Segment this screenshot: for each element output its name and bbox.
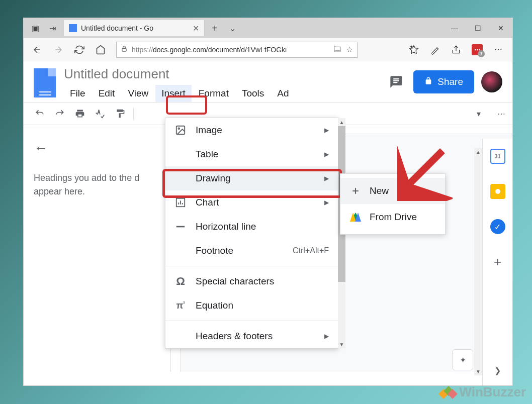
blank-icon xyxy=(174,172,187,184)
insert-special-characters[interactable]: ΩSpecial characters xyxy=(165,269,338,293)
tab-dropdown-icon[interactable]: ⌄ xyxy=(225,24,240,33)
forward-icon xyxy=(49,40,68,59)
close-icon[interactable]: ✕ xyxy=(489,18,512,38)
more-icon: ⋯ xyxy=(497,109,505,119)
doc-title[interactable]: Untitled document xyxy=(64,66,378,82)
outline-back-icon[interactable]: ← xyxy=(34,140,160,156)
menu-file[interactable]: File xyxy=(64,85,92,102)
menu-bar: FileEditViewInsertFormatToolsAd xyxy=(64,85,378,102)
extension-icon[interactable]: ⋯1 xyxy=(467,40,487,59)
winbuzzer-logo-icon xyxy=(440,385,456,399)
lock-icon xyxy=(424,76,432,87)
scroll-down-icon[interactable]: ▼ xyxy=(338,340,345,348)
insert-drawing[interactable]: Drawing▶ xyxy=(165,166,338,190)
address-bar-right: ⋯1 ⋯ xyxy=(404,40,508,59)
docs-header: Untitled document FileEditViewInsertForm… xyxy=(24,61,512,102)
favorite-icon[interactable]: ☆ xyxy=(346,45,353,54)
submenu-arrow-icon: ▶ xyxy=(324,175,329,182)
insert-equation[interactable]: π²Equation xyxy=(165,293,338,318)
insert-footnote[interactable]: FootnoteCtrl+Alt+F xyxy=(165,239,338,263)
insert-table[interactable]: Table▶ xyxy=(165,142,338,166)
window-controls: ― ☐ ✕ xyxy=(443,18,512,38)
comments-icon[interactable] xyxy=(386,72,406,92)
minimize-icon[interactable]: ― xyxy=(443,18,466,38)
add-addon-icon[interactable]: + xyxy=(494,254,501,270)
blank-icon xyxy=(174,245,187,257)
insert-menu: ▲ ▼ Image▶Table▶Drawing▶Chart▶Horizontal… xyxy=(165,118,338,349)
shortcut: Ctrl+Alt+F xyxy=(293,246,329,255)
redo-icon[interactable] xyxy=(51,105,69,123)
svg-point-2 xyxy=(178,128,180,129)
toolbar-more[interactable]: ▾ ⋯ xyxy=(477,109,505,119)
submenu-label: From Drive xyxy=(370,212,417,223)
drawing-from-drive[interactable]: From Drive xyxy=(340,204,445,230)
insert-image[interactable]: Image▶ xyxy=(165,118,338,142)
spellcheck-icon[interactable] xyxy=(91,105,109,123)
more-icon[interactable]: ⋯ xyxy=(488,40,508,59)
menu-format[interactable]: Format xyxy=(193,85,235,102)
browser-tab[interactable]: Untitled document - Go ✕ xyxy=(64,20,205,36)
docs-favicon-icon xyxy=(69,24,77,32)
menu-insert[interactable]: Insert xyxy=(155,85,192,102)
drawing-new[interactable]: New xyxy=(340,178,445,204)
insert-headers-footers[interactable]: Headers & footers▶ xyxy=(165,324,338,348)
tasks-icon[interactable] xyxy=(490,219,505,234)
paint-format-icon[interactable] xyxy=(111,105,129,123)
share-page-icon[interactable] xyxy=(446,40,466,59)
menu-label: Footnote xyxy=(196,245,284,256)
menu-tools[interactable]: Tools xyxy=(236,85,270,102)
new-tab-button[interactable]: + xyxy=(205,23,225,34)
address-bar: https://docs.google.com/document/d/1VwLf… xyxy=(24,38,512,61)
outline-panel: ← Headings you add to the d appear here. xyxy=(24,125,170,372)
tab-aside-icon[interactable]: ⇥ xyxy=(44,21,61,36)
pi-icon: π² xyxy=(174,299,187,312)
menu-label: Horizontal line xyxy=(196,221,329,232)
share-label: Share xyxy=(437,76,463,87)
menu-label: Table xyxy=(196,149,315,160)
share-button[interactable]: Share xyxy=(413,70,474,93)
refresh-icon[interactable] xyxy=(70,40,89,59)
home-icon[interactable] xyxy=(91,40,110,59)
undo-icon[interactable] xyxy=(31,105,49,123)
side-panel: 31 + ❯ xyxy=(482,139,512,385)
scroll-down-icon[interactable]: ▼ xyxy=(474,367,482,375)
keep-icon[interactable] xyxy=(490,184,505,199)
tab-bar: ▣ ⇥ Untitled document - Go ✕ + ⌄ ― ☐ ✕ xyxy=(24,18,512,38)
url-text: https://docs.google.com/document/d/1VwLf… xyxy=(132,46,329,54)
reader-icon[interactable] xyxy=(333,44,342,55)
svg-rect-0 xyxy=(122,48,126,51)
collapse-panel-icon[interactable]: ❯ xyxy=(494,366,501,375)
menu-label: Equation xyxy=(196,300,329,311)
submenu-arrow-icon: ▶ xyxy=(324,127,329,134)
outline-hint: Headings you add to the d appear here. xyxy=(34,171,160,198)
avatar[interactable] xyxy=(481,71,502,92)
url-box[interactable]: https://docs.google.com/document/d/1VwLf… xyxy=(116,42,358,58)
menu-view[interactable]: View xyxy=(122,85,154,102)
menu-label: Headers & footers xyxy=(196,331,315,342)
scrollbar-vertical[interactable]: ▲ ▼ xyxy=(474,148,482,375)
scroll-up-icon[interactable]: ▲ xyxy=(338,118,345,126)
insert-horizontal-line[interactable]: Horizontal line xyxy=(165,215,338,239)
tab-actions: ▣ ⇥ xyxy=(24,21,64,36)
notes-icon[interactable] xyxy=(425,40,445,59)
favorites-icon[interactable] xyxy=(404,40,424,59)
print-icon[interactable] xyxy=(71,105,89,123)
submenu-arrow-icon: ▶ xyxy=(324,151,329,158)
calendar-icon[interactable]: 31 xyxy=(490,149,505,164)
tab-actions-icon[interactable]: ▣ xyxy=(27,21,44,36)
maximize-icon[interactable]: ☐ xyxy=(466,18,489,38)
docs-logo-icon[interactable] xyxy=(34,68,56,97)
explore-button[interactable]: ✦ xyxy=(452,349,473,370)
menu-edit[interactable]: Edit xyxy=(93,85,121,102)
lock-icon xyxy=(121,45,128,54)
back-icon[interactable] xyxy=(28,40,47,59)
submenu-arrow-icon: ▶ xyxy=(324,199,329,206)
menu-label: Drawing xyxy=(196,173,315,184)
chart-icon xyxy=(174,196,187,209)
insert-chart[interactable]: Chart▶ xyxy=(165,190,338,215)
menu-ad[interactable]: Ad xyxy=(271,85,295,102)
drawing-submenu: NewFrom Drive xyxy=(340,173,446,235)
scroll-up-icon[interactable]: ▲ xyxy=(474,148,482,156)
tab-close-icon[interactable]: ✕ xyxy=(193,24,199,33)
menu-label: Image xyxy=(196,125,315,136)
